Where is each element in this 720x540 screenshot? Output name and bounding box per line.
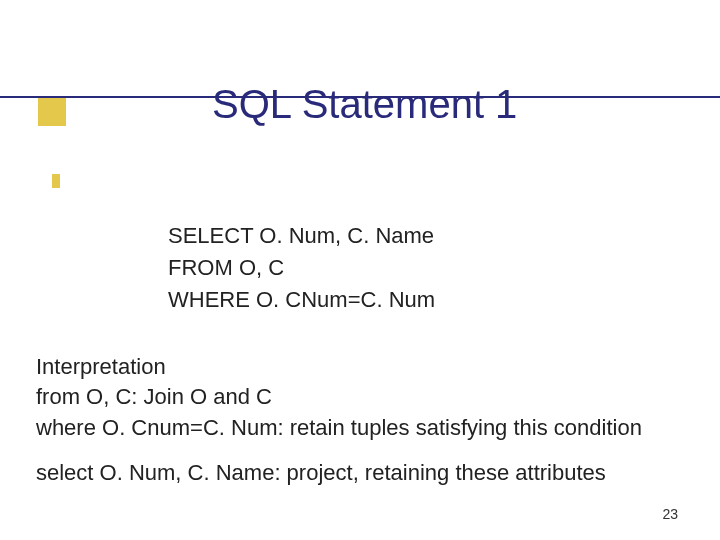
interpretation-line-from: from O, C: Join O and C: [36, 382, 642, 412]
interpretation-heading: Interpretation: [36, 352, 642, 382]
title-container: SQL Statement 1: [52, 82, 660, 139]
sql-line-where: WHERE O. CNum=C. Num: [168, 284, 435, 316]
title-accent-tick: [52, 174, 60, 188]
interpretation-block: Interpretation from O, C: Join O and C w…: [36, 352, 642, 443]
title-underline: [0, 96, 720, 98]
page-number: 23: [662, 506, 678, 522]
sql-line-select: SELECT O. Num, C. Name: [168, 220, 435, 252]
sql-line-from: FROM O, C: [168, 252, 435, 284]
sql-code-block: SELECT O. Num, C. Name FROM O, C WHERE O…: [168, 220, 435, 316]
interpretation-line-where: where O. Cnum=C. Num: retain tuples sati…: [36, 413, 642, 443]
projection-line: select O. Num, C. Name: project, retaini…: [36, 460, 606, 486]
slide-title: SQL Statement 1: [52, 82, 660, 139]
